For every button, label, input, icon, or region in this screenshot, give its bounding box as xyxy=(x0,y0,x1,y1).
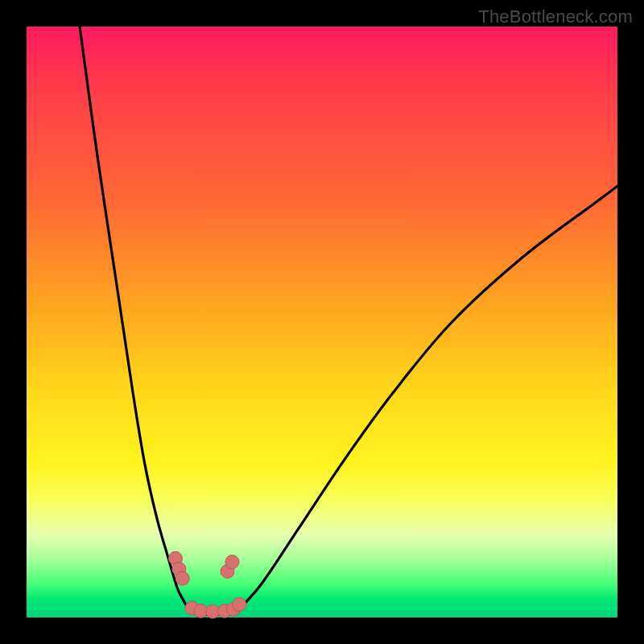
chart-frame: TheBottleneck.com xyxy=(0,0,644,644)
data-marker xyxy=(225,555,239,569)
watermark-text: TheBottleneck.com xyxy=(478,6,633,27)
curve-right-branch xyxy=(239,186,617,609)
data-markers xyxy=(168,551,246,618)
chart-svg xyxy=(27,27,617,617)
curve-left-branch xyxy=(80,27,189,610)
bottleneck-curve xyxy=(80,27,617,614)
data-marker xyxy=(175,572,189,585)
data-marker xyxy=(233,597,246,611)
